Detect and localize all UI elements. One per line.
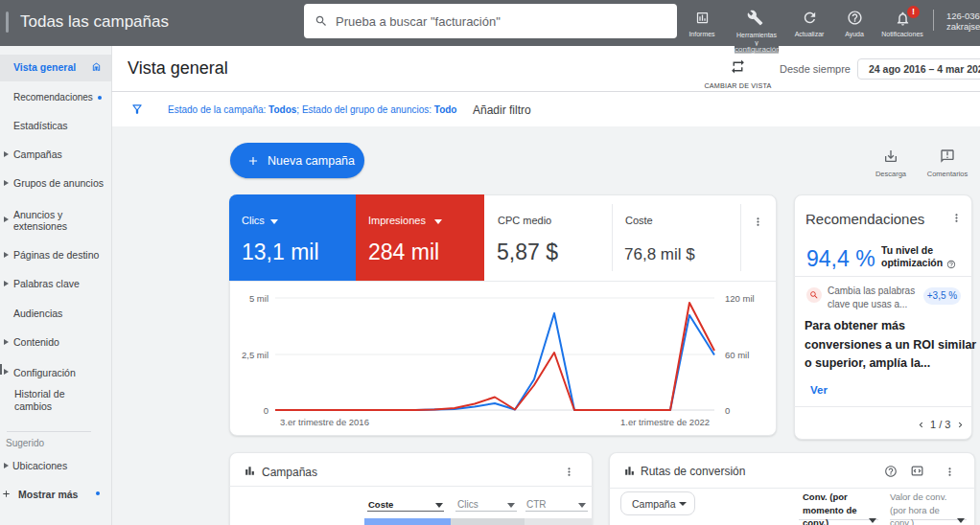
svg-text:0: 0 bbox=[725, 405, 730, 416]
svg-text:60 mil: 60 mil bbox=[725, 350, 749, 360]
svg-text:2,5 mil: 2,5 mil bbox=[242, 350, 268, 360]
svg-text:5 mil: 5 mil bbox=[249, 293, 268, 304]
svg-text:3.er trimestre de 2016: 3.er trimestre de 2016 bbox=[280, 417, 369, 427]
svg-text:1.er trimestre de 2022: 1.er trimestre de 2022 bbox=[620, 417, 710, 427]
svg-text:120 mil: 120 mil bbox=[725, 293, 755, 304]
svg-text:0: 0 bbox=[264, 405, 268, 416]
